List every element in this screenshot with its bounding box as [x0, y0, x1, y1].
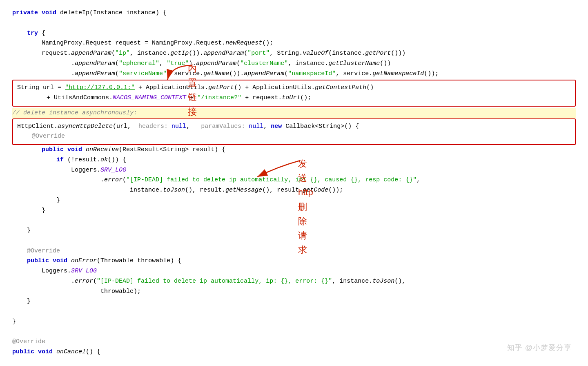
- watermark: 知乎 @小梦爱分享: [507, 342, 572, 354]
- annotation-label-1: 内置链接: [188, 61, 197, 119]
- annotation-label-2: 发送 http 删除请求: [298, 156, 313, 257]
- comment-line: // delete instance asynchronously:: [12, 108, 576, 118]
- code-container: private void deleteIp(Instance instance)…: [0, 0, 588, 366]
- url-box: String url = "http://127.0.0.1:" + Appli…: [12, 80, 576, 107]
- async-code: HttpClient.asyncHttpDelete(url, headers:…: [17, 122, 571, 142]
- arrow1-container: 内置链接: [163, 63, 196, 84]
- code-block: private void deleteIp(Instance instance)…: [12, 8, 576, 79]
- url-code: String url = "http://127.0.0.1:" + Appli…: [17, 83, 571, 103]
- arrow2-container: 发送 http 删除请求: [253, 158, 302, 181]
- arrow2-svg: [253, 158, 302, 181]
- async-delete-box: HttpClient.asyncHttpDelete(url, headers:…: [12, 118, 576, 145]
